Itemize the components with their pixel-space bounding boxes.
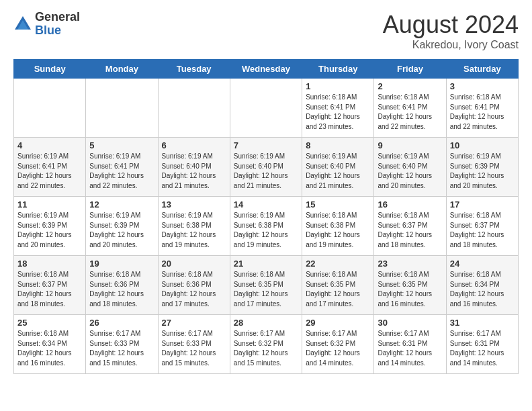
calendar-cell: 19Sunrise: 6:18 AM Sunset: 6:36 PM Dayli… [86, 256, 158, 315]
weekday-header: Wednesday [230, 60, 302, 79]
calendar-cell: 3Sunrise: 6:18 AM Sunset: 6:41 PM Daylig… [446, 79, 518, 138]
day-info: Sunrise: 6:18 AM Sunset: 6:41 PM Dayligh… [378, 93, 442, 132]
day-number: 26 [89, 318, 154, 328]
calendar-cell: 17Sunrise: 6:18 AM Sunset: 6:37 PM Dayli… [446, 197, 518, 256]
day-info: Sunrise: 6:18 AM Sunset: 6:37 PM Dayligh… [450, 211, 515, 250]
day-info: Sunrise: 6:17 AM Sunset: 6:33 PM Dayligh… [89, 329, 154, 368]
calendar-cell: 21Sunrise: 6:18 AM Sunset: 6:35 PM Dayli… [230, 256, 302, 315]
day-number: 2 [378, 81, 442, 91]
day-number: 5 [89, 140, 154, 150]
day-number: 29 [306, 318, 370, 328]
weekday-header: Monday [86, 60, 158, 79]
logo: General Blue [13, 11, 80, 38]
day-number: 13 [162, 199, 226, 210]
day-info: Sunrise: 6:18 AM Sunset: 6:35 PM Dayligh… [378, 270, 442, 309]
weekday-header: Saturday [446, 60, 518, 79]
day-info: Sunrise: 6:18 AM Sunset: 6:34 PM Dayligh… [450, 270, 515, 309]
day-info: Sunrise: 6:17 AM Sunset: 6:33 PM Dayligh… [162, 329, 226, 368]
calendar-cell: 15Sunrise: 6:18 AM Sunset: 6:38 PM Dayli… [302, 197, 374, 256]
day-info: Sunrise: 6:18 AM Sunset: 6:35 PM Dayligh… [306, 270, 370, 309]
calendar-cell: 1Sunrise: 6:18 AM Sunset: 6:41 PM Daylig… [302, 79, 374, 138]
day-info: Sunrise: 6:19 AM Sunset: 6:40 PM Dayligh… [234, 152, 298, 191]
day-number: 31 [450, 318, 515, 328]
logo-blue-text: Blue [35, 24, 80, 38]
day-info: Sunrise: 6:18 AM Sunset: 6:41 PM Dayligh… [450, 93, 515, 132]
day-number: 7 [234, 140, 298, 150]
day-info: Sunrise: 6:19 AM Sunset: 6:39 PM Dayligh… [450, 152, 515, 191]
day-number: 25 [17, 318, 82, 328]
month-title: August 2024 [383, 11, 519, 39]
calendar-cell: 12Sunrise: 6:19 AM Sunset: 6:39 PM Dayli… [86, 197, 158, 256]
logo-general-text: General [35, 11, 80, 24]
calendar-cell: 27Sunrise: 6:17 AM Sunset: 6:33 PM Dayli… [158, 315, 230, 374]
calendar-cell: 18Sunrise: 6:18 AM Sunset: 6:37 PM Dayli… [14, 256, 86, 315]
calendar-cell: 7Sunrise: 6:19 AM Sunset: 6:40 PM Daylig… [230, 138, 302, 197]
day-number: 21 [234, 259, 298, 269]
day-info: Sunrise: 6:17 AM Sunset: 6:32 PM Dayligh… [234, 329, 298, 368]
calendar-cell: 28Sunrise: 6:17 AM Sunset: 6:32 PM Dayli… [230, 315, 302, 374]
logo-icon [13, 15, 32, 34]
calendar-cell: 20Sunrise: 6:18 AM Sunset: 6:36 PM Dayli… [158, 256, 230, 315]
day-info: Sunrise: 6:17 AM Sunset: 6:31 PM Dayligh… [378, 329, 442, 368]
calendar-cell: 24Sunrise: 6:18 AM Sunset: 6:34 PM Dayli… [446, 256, 518, 315]
weekday-header: Sunday [14, 60, 86, 79]
day-number: 11 [17, 199, 82, 210]
calendar-cell: 16Sunrise: 6:18 AM Sunset: 6:37 PM Dayli… [374, 197, 446, 256]
calendar-cell [230, 79, 302, 138]
calendar-cell: 2Sunrise: 6:18 AM Sunset: 6:41 PM Daylig… [374, 79, 446, 138]
day-number: 23 [378, 259, 442, 269]
calendar-cell: 10Sunrise: 6:19 AM Sunset: 6:39 PM Dayli… [446, 138, 518, 197]
day-number: 16 [378, 199, 442, 210]
calendar-cell: 8Sunrise: 6:19 AM Sunset: 6:40 PM Daylig… [302, 138, 374, 197]
day-number: 19 [89, 259, 154, 269]
day-info: Sunrise: 6:18 AM Sunset: 6:38 PM Dayligh… [306, 211, 370, 250]
calendar-cell: 4Sunrise: 6:19 AM Sunset: 6:41 PM Daylig… [14, 138, 86, 197]
day-info: Sunrise: 6:18 AM Sunset: 6:41 PM Dayligh… [306, 93, 370, 132]
calendar-cell [14, 79, 86, 138]
day-number: 27 [162, 318, 226, 328]
calendar-cell: 23Sunrise: 6:18 AM Sunset: 6:35 PM Dayli… [374, 256, 446, 315]
calendar-cell: 5Sunrise: 6:19 AM Sunset: 6:41 PM Daylig… [86, 138, 158, 197]
calendar-cell [86, 79, 158, 138]
day-info: Sunrise: 6:18 AM Sunset: 6:36 PM Dayligh… [89, 270, 154, 309]
day-info: Sunrise: 6:18 AM Sunset: 6:37 PM Dayligh… [17, 270, 82, 309]
day-number: 1 [306, 81, 370, 91]
weekday-header: Thursday [302, 60, 374, 79]
day-number: 6 [162, 140, 226, 150]
day-number: 15 [306, 199, 370, 210]
day-info: Sunrise: 6:17 AM Sunset: 6:32 PM Dayligh… [306, 329, 370, 368]
calendar-cell: 22Sunrise: 6:18 AM Sunset: 6:35 PM Dayli… [302, 256, 374, 315]
day-number: 4 [17, 140, 82, 150]
day-number: 8 [306, 140, 370, 150]
day-info: Sunrise: 6:19 AM Sunset: 6:39 PM Dayligh… [89, 211, 154, 250]
day-info: Sunrise: 6:19 AM Sunset: 6:41 PM Dayligh… [17, 152, 82, 191]
page-header: General Blue August 2024 Kakredou, Ivory… [13, 11, 519, 51]
day-info: Sunrise: 6:17 AM Sunset: 6:31 PM Dayligh… [450, 329, 515, 368]
day-number: 20 [162, 259, 226, 269]
calendar-cell: 31Sunrise: 6:17 AM Sunset: 6:31 PM Dayli… [446, 315, 518, 374]
day-number: 24 [450, 259, 515, 269]
calendar-cell: 14Sunrise: 6:19 AM Sunset: 6:38 PM Dayli… [230, 197, 302, 256]
day-number: 3 [450, 81, 515, 91]
day-info: Sunrise: 6:19 AM Sunset: 6:41 PM Dayligh… [89, 152, 154, 191]
calendar-table: SundayMondayTuesdayWednesdayThursdayFrid… [13, 59, 519, 374]
location: Kakredou, Ivory Coast [383, 39, 519, 51]
calendar-cell: 6Sunrise: 6:19 AM Sunset: 6:40 PM Daylig… [158, 138, 230, 197]
day-number: 9 [378, 140, 442, 150]
weekday-header: Tuesday [158, 60, 230, 79]
day-info: Sunrise: 6:19 AM Sunset: 6:38 PM Dayligh… [162, 211, 226, 250]
weekday-header: Friday [374, 60, 446, 79]
day-number: 17 [450, 199, 515, 210]
day-number: 10 [450, 140, 515, 150]
title-block: August 2024 Kakredou, Ivory Coast [383, 11, 519, 51]
calendar-cell: 13Sunrise: 6:19 AM Sunset: 6:38 PM Dayli… [158, 197, 230, 256]
day-info: Sunrise: 6:19 AM Sunset: 6:38 PM Dayligh… [234, 211, 298, 250]
calendar-cell [158, 79, 230, 138]
day-info: Sunrise: 6:18 AM Sunset: 6:37 PM Dayligh… [378, 211, 442, 250]
day-info: Sunrise: 6:19 AM Sunset: 6:40 PM Dayligh… [306, 152, 370, 191]
calendar-cell: 11Sunrise: 6:19 AM Sunset: 6:39 PM Dayli… [14, 197, 86, 256]
calendar-cell: 9Sunrise: 6:19 AM Sunset: 6:40 PM Daylig… [374, 138, 446, 197]
day-info: Sunrise: 6:19 AM Sunset: 6:40 PM Dayligh… [162, 152, 226, 191]
day-info: Sunrise: 6:19 AM Sunset: 6:39 PM Dayligh… [17, 211, 82, 250]
calendar-cell: 25Sunrise: 6:18 AM Sunset: 6:34 PM Dayli… [14, 315, 86, 374]
